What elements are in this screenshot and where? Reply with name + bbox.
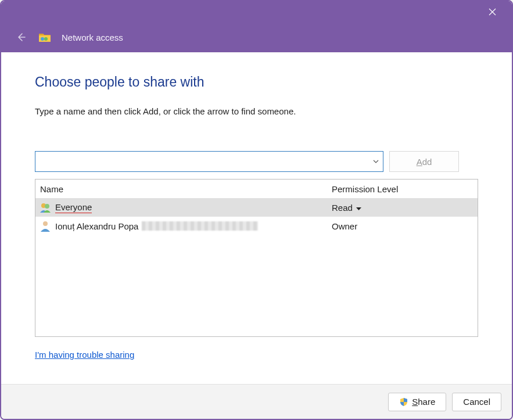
back-button[interactable] <box>14 30 28 44</box>
row-name: Ionuț Alexandru Popa <box>55 221 332 231</box>
svg-point-1 <box>44 37 48 41</box>
input-row: Add <box>35 151 478 172</box>
trouble-sharing-link[interactable]: I'm having trouble sharing <box>35 350 478 360</box>
content-area: Choose people to share with Type a name … <box>1 52 512 384</box>
group-icon <box>39 201 52 214</box>
share-label: Share <box>412 397 435 407</box>
folder-share-icon <box>38 31 51 43</box>
table-row[interactable]: Everyone Read <box>35 198 478 217</box>
col-header-permission[interactable]: Permission Level <box>332 184 478 194</box>
sharing-dialog: Network access Choose people to share wi… <box>0 0 513 420</box>
redacted-text <box>142 221 258 231</box>
permission-dropdown-arrow[interactable] <box>356 203 361 213</box>
footer: Share Cancel <box>1 384 512 419</box>
nav-title: Network access <box>62 33 123 42</box>
back-arrow-icon <box>16 32 26 42</box>
name-input[interactable] <box>35 151 383 172</box>
user-icon <box>39 220 52 232</box>
name-dropdown-arrow[interactable] <box>369 152 383 171</box>
shield-icon <box>399 397 408 407</box>
instruction-text: Type a name and then click Add, or click… <box>35 106 478 116</box>
name-combobox[interactable] <box>35 151 383 172</box>
svg-point-4 <box>43 221 48 226</box>
row-permission[interactable]: Read <box>332 203 478 213</box>
close-button[interactable] <box>480 1 504 22</box>
titlebar <box>1 1 512 22</box>
svg-point-3 <box>45 204 49 209</box>
cancel-button[interactable]: Cancel <box>452 393 501 411</box>
col-header-name[interactable]: Name <box>35 184 332 194</box>
page-heading: Choose people to share with <box>35 74 478 90</box>
navbar: Network access <box>1 22 512 52</box>
svg-point-0 <box>41 37 44 41</box>
people-table: Name Permission Level Everyone Read <box>35 179 478 337</box>
row-permission: Owner <box>332 221 478 231</box>
add-button[interactable]: Add <box>389 151 459 172</box>
table-row[interactable]: Ionuț Alexandru Popa Owner <box>35 217 478 235</box>
table-header: Name Permission Level <box>35 180 478 198</box>
chevron-down-icon <box>373 160 379 163</box>
add-label: Add <box>417 157 432 167</box>
share-button[interactable]: Share <box>388 393 446 411</box>
row-name: Everyone <box>55 202 332 213</box>
close-icon <box>489 8 496 16</box>
